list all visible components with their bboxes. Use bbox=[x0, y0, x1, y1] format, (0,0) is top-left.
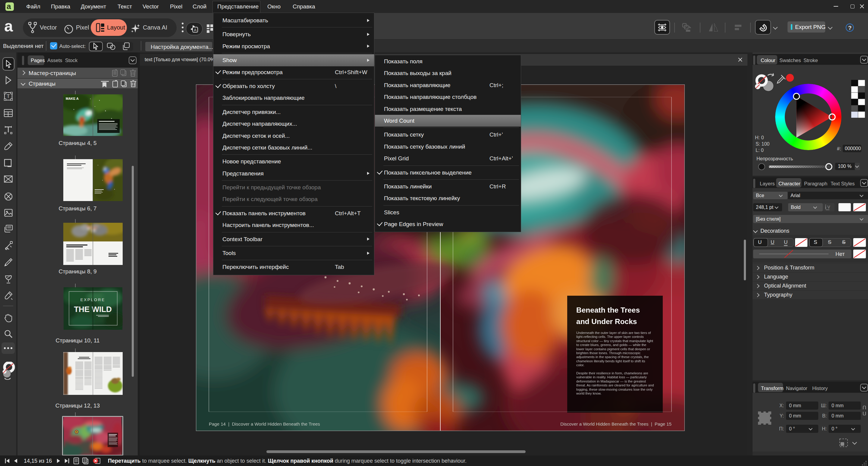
svg-text:V: V bbox=[827, 205, 830, 210]
svg-text:T: T bbox=[7, 94, 10, 99]
svg-text:A: A bbox=[194, 28, 196, 32]
svg-text:MAKE A: MAKE A bbox=[66, 97, 79, 100]
